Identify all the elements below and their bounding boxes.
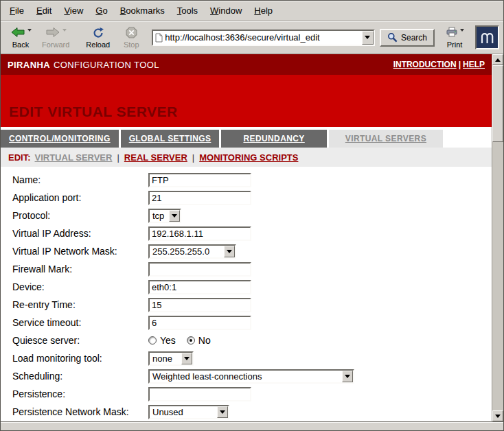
stop-button[interactable]: Stop — [115, 23, 147, 52]
scheduling-select[interactable]: Weighted least-connections — [148, 369, 354, 384]
menu-view[interactable]: View — [58, 3, 89, 19]
select-value: Weighted least-connections — [150, 371, 342, 382]
firewall-mark-input[interactable] — [148, 262, 251, 277]
mozilla-logo[interactable] — [475, 25, 499, 49]
forward-arrow-icon — [45, 27, 60, 40]
form-row: Protocol:tcp — [1, 207, 492, 224]
form-row: Persistence Network Mask:Unused — [1, 403, 492, 421]
vertical-scrollbar[interactable] — [492, 54, 503, 421]
field-label-application-port: Application port: — [12, 192, 148, 203]
tab-control-monitoring[interactable]: CONTROL/MONITORING — [1, 130, 119, 148]
virtual-ip-network-mask-select[interactable]: 255.255.255.0 — [148, 244, 236, 259]
persistence-network-mask-select[interactable]: Unused — [148, 405, 229, 419]
protocol-select[interactable]: tcp — [148, 209, 181, 223]
field-label-quiesce-server: Quiesce server: — [12, 335, 148, 346]
field-label-device: Device: — [12, 281, 148, 292]
print-label: Print — [447, 40, 463, 49]
field-label-service-timeout: Service timeout: — [12, 317, 148, 328]
radio-icon — [148, 336, 157, 345]
browser-window: FileEditViewGoBookmarksToolsWindowHelp B… — [0, 0, 504, 431]
chevron-up-icon — [495, 58, 501, 62]
search-button[interactable]: Search — [380, 29, 435, 47]
url-input[interactable] — [163, 32, 362, 43]
piranha-page: PIRANHACONFIGURATION TOOL INTRODUCTION|H… — [1, 54, 492, 421]
separator: | — [457, 60, 463, 69]
reload-label: Reload — [86, 40, 110, 49]
subnav-link-real-server[interactable]: REAL SERVER — [124, 152, 187, 163]
menu-tools[interactable]: Tools — [171, 3, 204, 19]
field-label-load-monitoring-tool: Load monitoring tool: — [12, 353, 148, 364]
header-link-help[interactable]: HELP — [463, 60, 485, 69]
form-row: Re-entry Time: — [1, 296, 492, 314]
form-row: Device: — [1, 278, 492, 296]
forward-label: Forward — [42, 40, 69, 49]
url-dropdown-button[interactable] — [362, 31, 374, 45]
virtual-ip-address-input[interactable] — [148, 226, 251, 241]
separator: | — [112, 152, 124, 163]
tab-global-settings[interactable]: GLOBAL SETTINGS — [121, 130, 220, 148]
tab-redundancy[interactable]: REDUNDANCY — [221, 130, 326, 148]
radio-icon — [187, 336, 195, 345]
reload-button[interactable]: Reload — [82, 23, 114, 52]
menu-bar: FileEditViewGoBookmarksToolsWindowHelp — [1, 1, 503, 21]
form-row: Scheduling:Weighted least-connections — [1, 367, 492, 385]
app-title-brand: PIRANHA — [8, 60, 50, 70]
forward-button[interactable]: Forward — [38, 23, 73, 52]
scrollbar-thumb[interactable] — [492, 65, 503, 142]
field-label-protocol: Protocol: — [12, 210, 148, 221]
select-value: 255.255.255.0 — [150, 246, 224, 257]
subnav-link-monitoring-scripts[interactable]: MONITORING SCRIPTS — [199, 152, 298, 163]
select-dropdown-button[interactable] — [169, 210, 180, 222]
chevron-down-icon — [495, 415, 501, 418]
menu-bookmarks[interactable]: Bookmarks — [114, 3, 171, 19]
radio-label: No — [198, 335, 211, 346]
content-area: PIRANHACONFIGURATION TOOL INTRODUCTION|H… — [1, 54, 503, 421]
subnav: EDIT:VIRTUAL SERVER|REAL SERVER|MONITORI… — [1, 148, 492, 167]
back-dropdown-caret-icon[interactable] — [27, 29, 32, 32]
select-dropdown-button[interactable] — [342, 371, 353, 382]
form-row: Service timeout: — [1, 314, 492, 331]
menu-file[interactable]: File — [3, 3, 30, 19]
radio-option-yes[interactable]: Yes — [148, 335, 176, 346]
name-input[interactable] — [148, 173, 251, 187]
stop-icon — [126, 27, 137, 41]
status-bar — [1, 421, 503, 430]
field-label-scheduling: Scheduling: — [12, 371, 148, 382]
quiesce-server-radio-group: YesNo — [148, 335, 222, 346]
form-row: Quiesce server:YesNo — [1, 331, 492, 349]
load-monitoring-tool-select[interactable]: none — [148, 351, 194, 366]
select-dropdown-button[interactable] — [217, 406, 228, 418]
select-dropdown-button[interactable] — [224, 246, 235, 257]
field-label-re-entry-time: Re-entry Time: — [12, 299, 148, 310]
service-timeout-input[interactable] — [148, 316, 251, 330]
menu-edit[interactable]: Edit — [30, 3, 58, 19]
subnav-link-virtual-server[interactable]: VIRTUAL SERVER — [35, 152, 113, 163]
radio-label: Yes — [160, 335, 176, 346]
form-row: Virtual IP Network Mask:255.255.255.0 — [1, 242, 492, 260]
reload-icon — [92, 27, 104, 42]
back-button[interactable]: Back — [5, 23, 36, 52]
persistence-input[interactable] — [148, 387, 251, 401]
field-label-persistence: Persistence: — [12, 388, 148, 399]
chevron-down-icon — [345, 375, 350, 378]
print-dropdown-caret-icon[interactable] — [460, 29, 464, 32]
print-button[interactable]: Print — [439, 23, 470, 52]
forward-dropdown-caret-icon[interactable] — [62, 29, 67, 32]
tab-virtual-servers[interactable]: VIRTUAL SERVERS — [329, 130, 443, 148]
application-port-input[interactable] — [148, 191, 251, 205]
scroll-up-button[interactable] — [492, 54, 503, 65]
separator: | — [187, 152, 199, 163]
re-entry-time-input[interactable] — [148, 298, 251, 312]
menu-window[interactable]: Window — [204, 3, 248, 19]
menu-help[interactable]: Help — [248, 3, 279, 19]
radio-option-no[interactable]: No — [187, 335, 211, 346]
scrollbar-track[interactable] — [492, 65, 503, 410]
field-label-persistence-network-mask: Persistence Network Mask: — [12, 406, 148, 417]
app-title-rest: CONFIGURATION TOOL — [54, 60, 159, 70]
device-input[interactable] — [148, 280, 251, 294]
select-dropdown-button[interactable] — [181, 353, 192, 364]
header-link-introduction[interactable]: INTRODUCTION — [393, 60, 457, 69]
url-bar[interactable] — [152, 30, 375, 46]
scroll-down-button[interactable] — [492, 410, 503, 421]
menu-go[interactable]: Go — [89, 3, 113, 19]
